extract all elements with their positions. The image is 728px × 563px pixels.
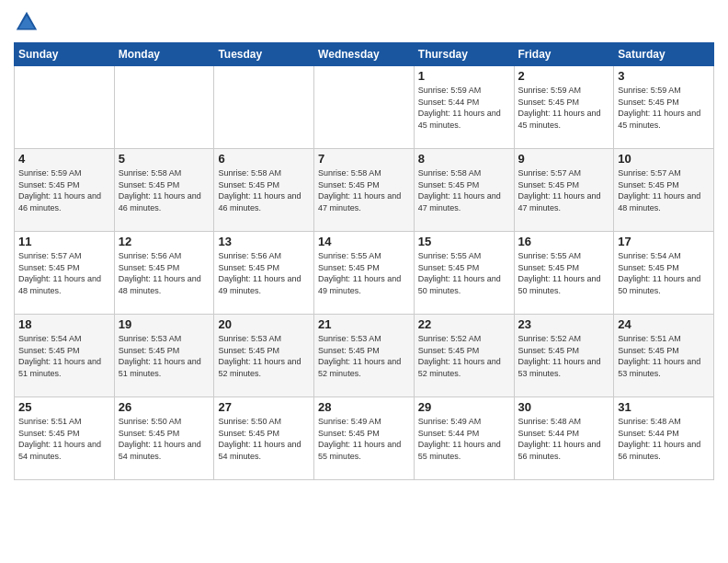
cell-w5-d7: 31Sunrise: 5:48 AM Sunset: 5:44 PM Dayli… xyxy=(614,397,714,480)
day-number: 30 xyxy=(518,400,610,414)
day-info: Sunrise: 5:54 AM Sunset: 5:45 PM Dayligh… xyxy=(618,250,710,296)
header-saturday: Saturday xyxy=(614,43,714,66)
day-number: 18 xyxy=(18,317,110,331)
day-info: Sunrise: 5:52 AM Sunset: 5:45 PM Dayligh… xyxy=(418,333,510,379)
cell-w4-d3: 20Sunrise: 5:53 AM Sunset: 5:45 PM Dayli… xyxy=(214,315,314,397)
cell-w5-d1: 25Sunrise: 5:51 AM Sunset: 5:45 PM Dayli… xyxy=(15,397,115,480)
cell-w1-d5: 1Sunrise: 5:59 AM Sunset: 5:44 PM Daylig… xyxy=(414,66,514,149)
header-monday: Monday xyxy=(114,43,214,66)
cell-w3-d6: 16Sunrise: 5:55 AM Sunset: 5:45 PM Dayli… xyxy=(514,232,614,315)
week-row-3: 11Sunrise: 5:57 AM Sunset: 5:45 PM Dayli… xyxy=(15,232,714,315)
day-number: 2 xyxy=(518,69,610,83)
header-friday: Friday xyxy=(514,43,614,66)
day-info: Sunrise: 5:55 AM Sunset: 5:45 PM Dayligh… xyxy=(518,250,610,296)
calendar-table: SundayMondayTuesdayWednesdayThursdayFrid… xyxy=(14,42,714,480)
day-info: Sunrise: 5:59 AM Sunset: 5:44 PM Dayligh… xyxy=(418,85,510,131)
cell-w1-d1 xyxy=(15,66,115,149)
day-info: Sunrise: 5:53 AM Sunset: 5:45 PM Dayligh… xyxy=(119,333,210,379)
header-row: SundayMondayTuesdayWednesdayThursdayFrid… xyxy=(15,43,714,66)
header-tuesday: Tuesday xyxy=(214,43,314,66)
day-number: 23 xyxy=(518,317,610,331)
day-number: 9 xyxy=(518,152,610,166)
cell-w5-d5: 29Sunrise: 5:49 AM Sunset: 5:44 PM Dayli… xyxy=(414,397,514,480)
day-info: Sunrise: 5:58 AM Sunset: 5:45 PM Dayligh… xyxy=(119,167,210,213)
cell-w5-d4: 28Sunrise: 5:49 AM Sunset: 5:45 PM Dayli… xyxy=(314,397,415,480)
day-number: 24 xyxy=(618,317,710,331)
cell-w3-d4: 14Sunrise: 5:55 AM Sunset: 5:45 PM Dayli… xyxy=(314,232,415,315)
day-info: Sunrise: 5:49 AM Sunset: 5:45 PM Dayligh… xyxy=(318,416,410,462)
day-number: 25 xyxy=(18,400,110,414)
day-info: Sunrise: 5:58 AM Sunset: 5:45 PM Dayligh… xyxy=(218,167,310,213)
cell-w3-d5: 15Sunrise: 5:55 AM Sunset: 5:45 PM Dayli… xyxy=(414,232,514,315)
calendar-body: 1Sunrise: 5:59 AM Sunset: 5:44 PM Daylig… xyxy=(15,66,714,480)
cell-w1-d4 xyxy=(314,66,415,149)
cell-w2-d4: 7Sunrise: 5:58 AM Sunset: 5:45 PM Daylig… xyxy=(314,149,415,232)
cell-w3-d2: 12Sunrise: 5:56 AM Sunset: 5:45 PM Dayli… xyxy=(114,232,214,315)
day-number: 7 xyxy=(318,152,410,166)
day-info: Sunrise: 5:49 AM Sunset: 5:44 PM Dayligh… xyxy=(418,416,510,462)
calendar-header: SundayMondayTuesdayWednesdayThursdayFrid… xyxy=(15,43,714,66)
day-info: Sunrise: 5:56 AM Sunset: 5:45 PM Dayligh… xyxy=(218,250,310,296)
cell-w5-d6: 30Sunrise: 5:48 AM Sunset: 5:44 PM Dayli… xyxy=(514,397,614,480)
day-info: Sunrise: 5:57 AM Sunset: 5:45 PM Dayligh… xyxy=(18,250,110,296)
day-number: 6 xyxy=(218,152,310,166)
cell-w2-d1: 4Sunrise: 5:59 AM Sunset: 5:45 PM Daylig… xyxy=(15,149,115,232)
week-row-1: 1Sunrise: 5:59 AM Sunset: 5:44 PM Daylig… xyxy=(15,66,714,149)
cell-w2-d3: 6Sunrise: 5:58 AM Sunset: 5:45 PM Daylig… xyxy=(214,149,314,232)
day-number: 1 xyxy=(418,69,510,83)
day-number: 27 xyxy=(218,400,310,414)
day-info: Sunrise: 5:55 AM Sunset: 5:45 PM Dayligh… xyxy=(418,250,510,296)
day-number: 19 xyxy=(119,317,210,331)
day-number: 22 xyxy=(418,317,510,331)
cell-w4-d2: 19Sunrise: 5:53 AM Sunset: 5:45 PM Dayli… xyxy=(114,315,214,397)
cell-w3-d3: 13Sunrise: 5:56 AM Sunset: 5:45 PM Dayli… xyxy=(214,232,314,315)
week-row-5: 25Sunrise: 5:51 AM Sunset: 5:45 PM Dayli… xyxy=(15,397,714,480)
day-info: Sunrise: 5:59 AM Sunset: 5:45 PM Dayligh… xyxy=(518,85,610,131)
day-number: 28 xyxy=(318,400,410,414)
cell-w2-d2: 5Sunrise: 5:58 AM Sunset: 5:45 PM Daylig… xyxy=(114,149,214,232)
day-number: 26 xyxy=(119,400,210,414)
day-info: Sunrise: 5:56 AM Sunset: 5:45 PM Dayligh… xyxy=(119,250,210,296)
cell-w5-d3: 27Sunrise: 5:50 AM Sunset: 5:45 PM Dayli… xyxy=(214,397,314,480)
week-row-2: 4Sunrise: 5:59 AM Sunset: 5:45 PM Daylig… xyxy=(15,149,714,232)
day-number: 31 xyxy=(618,400,710,414)
day-number: 20 xyxy=(218,317,310,331)
day-number: 17 xyxy=(618,235,710,248)
cell-w5-d2: 26Sunrise: 5:50 AM Sunset: 5:45 PM Dayli… xyxy=(114,397,214,480)
cell-w4-d4: 21Sunrise: 5:53 AM Sunset: 5:45 PM Dayli… xyxy=(314,315,415,397)
day-info: Sunrise: 5:58 AM Sunset: 5:45 PM Dayligh… xyxy=(418,167,510,213)
cell-w1-d2 xyxy=(114,66,214,149)
cell-w4-d5: 22Sunrise: 5:52 AM Sunset: 5:45 PM Dayli… xyxy=(414,315,514,397)
day-info: Sunrise: 5:57 AM Sunset: 5:45 PM Dayligh… xyxy=(518,167,610,213)
day-number: 4 xyxy=(18,152,110,166)
day-number: 8 xyxy=(418,152,510,166)
day-info: Sunrise: 5:57 AM Sunset: 5:45 PM Dayligh… xyxy=(618,167,710,213)
logo xyxy=(14,9,43,35)
day-info: Sunrise: 5:51 AM Sunset: 5:45 PM Dayligh… xyxy=(618,333,710,379)
day-info: Sunrise: 5:59 AM Sunset: 5:45 PM Dayligh… xyxy=(618,85,710,131)
day-info: Sunrise: 5:59 AM Sunset: 5:45 PM Dayligh… xyxy=(18,167,110,213)
page-header xyxy=(14,9,714,35)
day-info: Sunrise: 5:54 AM Sunset: 5:45 PM Dayligh… xyxy=(18,333,110,379)
day-info: Sunrise: 5:50 AM Sunset: 5:45 PM Dayligh… xyxy=(218,416,310,462)
logo-icon xyxy=(14,9,40,35)
day-number: 29 xyxy=(418,400,510,414)
day-number: 14 xyxy=(318,235,410,248)
header-sunday: Sunday xyxy=(15,43,115,66)
header-thursday: Thursday xyxy=(414,43,514,66)
cell-w3-d1: 11Sunrise: 5:57 AM Sunset: 5:45 PM Dayli… xyxy=(15,232,115,315)
day-number: 15 xyxy=(418,235,510,248)
day-info: Sunrise: 5:53 AM Sunset: 5:45 PM Dayligh… xyxy=(318,333,410,379)
week-row-4: 18Sunrise: 5:54 AM Sunset: 5:45 PM Dayli… xyxy=(15,315,714,397)
cell-w2-d7: 10Sunrise: 5:57 AM Sunset: 5:45 PM Dayli… xyxy=(614,149,714,232)
day-info: Sunrise: 5:52 AM Sunset: 5:45 PM Dayligh… xyxy=(518,333,610,379)
cell-w1-d3 xyxy=(214,66,314,149)
day-info: Sunrise: 5:48 AM Sunset: 5:44 PM Dayligh… xyxy=(518,416,610,462)
day-info: Sunrise: 5:58 AM Sunset: 5:45 PM Dayligh… xyxy=(318,167,410,213)
day-info: Sunrise: 5:51 AM Sunset: 5:45 PM Dayligh… xyxy=(18,416,110,462)
day-number: 10 xyxy=(618,152,710,166)
cell-w1-d7: 3Sunrise: 5:59 AM Sunset: 5:45 PM Daylig… xyxy=(614,66,714,149)
day-info: Sunrise: 5:55 AM Sunset: 5:45 PM Dayligh… xyxy=(318,250,410,296)
header-wednesday: Wednesday xyxy=(314,43,415,66)
day-number: 11 xyxy=(18,235,110,248)
